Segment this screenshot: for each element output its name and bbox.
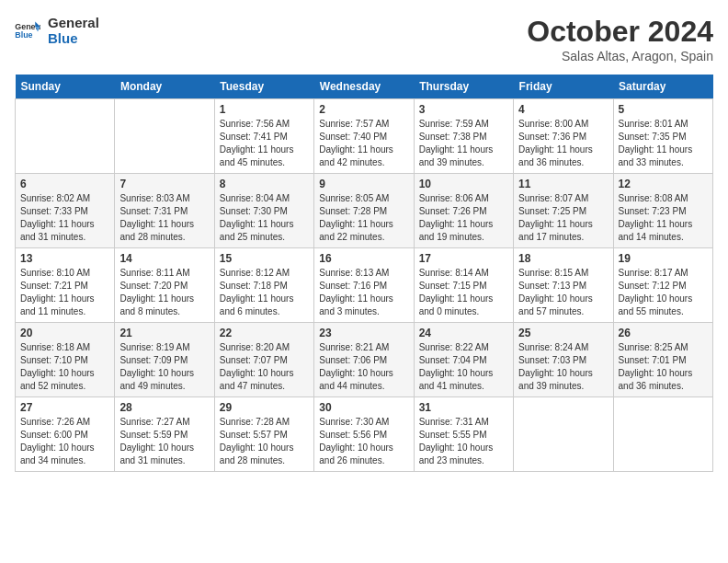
calendar-cell: [16, 99, 115, 174]
col-saturday: Saturday: [613, 75, 712, 99]
day-number: 23: [319, 327, 408, 339]
col-thursday: Thursday: [414, 75, 513, 99]
calendar-cell: 4Sunrise: 8:00 AM Sunset: 7:36 PM Daylig…: [514, 99, 613, 174]
calendar-cell: 14Sunrise: 8:11 AM Sunset: 7:20 PM Dayli…: [115, 248, 214, 323]
day-number: 15: [220, 252, 309, 265]
calendar-cell: 6Sunrise: 8:02 AM Sunset: 7:33 PM Daylig…: [16, 174, 115, 248]
day-detail: Sunrise: 7:27 AM Sunset: 5:59 PM Dayligh…: [119, 416, 209, 467]
day-detail: Sunrise: 7:31 AM Sunset: 5:55 PM Dayligh…: [419, 416, 508, 467]
day-detail: Sunrise: 8:02 AM Sunset: 7:33 PM Dayligh…: [20, 192, 109, 244]
day-detail: Sunrise: 8:18 AM Sunset: 7:10 PM Dayligh…: [20, 341, 109, 393]
calendar-cell: 18Sunrise: 8:15 AM Sunset: 7:13 PM Dayli…: [514, 248, 613, 323]
calendar-cell: 25Sunrise: 8:24 AM Sunset: 7:03 PM Dayli…: [514, 323, 613, 397]
day-number: 31: [419, 401, 508, 414]
calendar-cell: 29Sunrise: 7:28 AM Sunset: 5:57 PM Dayli…: [214, 397, 313, 472]
calendar-cell: 22Sunrise: 8:20 AM Sunset: 7:07 PM Dayli…: [214, 323, 313, 397]
day-detail: Sunrise: 8:22 AM Sunset: 7:04 PM Dayligh…: [419, 341, 508, 393]
day-number: 11: [518, 178, 608, 190]
day-number: 10: [419, 178, 508, 190]
calendar-cell: [613, 397, 712, 472]
calendar-cell: 12Sunrise: 8:08 AM Sunset: 7:23 PM Dayli…: [613, 174, 712, 248]
calendar-week-2: 6Sunrise: 8:02 AM Sunset: 7:33 PM Daylig…: [16, 174, 713, 248]
calendar-week-1: 1Sunrise: 7:56 AM Sunset: 7:41 PM Daylig…: [16, 99, 713, 174]
day-number: 8: [220, 178, 309, 190]
calendar-cell: 28Sunrise: 7:27 AM Sunset: 5:59 PM Dayli…: [115, 397, 214, 472]
day-number: 30: [319, 401, 408, 414]
day-number: 7: [119, 178, 209, 190]
calendar-cell: 30Sunrise: 7:30 AM Sunset: 5:56 PM Dayli…: [314, 397, 414, 472]
day-detail: Sunrise: 8:13 AM Sunset: 7:16 PM Dayligh…: [319, 267, 408, 318]
day-detail: Sunrise: 7:59 AM Sunset: 7:38 PM Dayligh…: [419, 118, 508, 169]
calendar-cell: 7Sunrise: 8:03 AM Sunset: 7:31 PM Daylig…: [115, 174, 214, 248]
col-wednesday: Wednesday: [314, 75, 414, 99]
day-number: 1: [220, 103, 309, 116]
calendar-cell: 27Sunrise: 7:26 AM Sunset: 6:00 PM Dayli…: [16, 397, 115, 472]
calendar-week-3: 13Sunrise: 8:10 AM Sunset: 7:21 PM Dayli…: [16, 248, 713, 323]
day-detail: Sunrise: 8:11 AM Sunset: 7:20 PM Dayligh…: [119, 267, 209, 318]
day-detail: Sunrise: 7:28 AM Sunset: 5:57 PM Dayligh…: [220, 416, 309, 467]
day-number: 25: [518, 327, 608, 339]
day-detail: Sunrise: 8:19 AM Sunset: 7:09 PM Dayligh…: [119, 341, 209, 393]
page-header: General Blue General Blue October 2024 S…: [15, 15, 713, 63]
day-number: 21: [119, 327, 209, 339]
calendar-cell: 9Sunrise: 8:05 AM Sunset: 7:28 PM Daylig…: [314, 174, 414, 248]
calendar-cell: 31Sunrise: 7:31 AM Sunset: 5:55 PM Dayli…: [414, 397, 513, 472]
day-number: 26: [619, 327, 708, 339]
logo: General Blue General Blue: [15, 15, 99, 46]
calendar-week-5: 27Sunrise: 7:26 AM Sunset: 6:00 PM Dayli…: [16, 397, 713, 472]
logo-line1: General: [48, 15, 99, 30]
calendar-cell: 13Sunrise: 8:10 AM Sunset: 7:21 PM Dayli…: [16, 248, 115, 323]
day-detail: Sunrise: 8:06 AM Sunset: 7:26 PM Dayligh…: [419, 192, 508, 244]
col-friday: Friday: [514, 75, 613, 99]
location: Salas Altas, Aragon, Spain: [527, 49, 713, 63]
calendar-cell: 8Sunrise: 8:04 AM Sunset: 7:30 PM Daylig…: [214, 174, 313, 248]
calendar-week-4: 20Sunrise: 8:18 AM Sunset: 7:10 PM Dayli…: [16, 323, 713, 397]
calendar-cell: 23Sunrise: 8:21 AM Sunset: 7:06 PM Dayli…: [314, 323, 414, 397]
day-number: 19: [619, 252, 708, 265]
calendar-cell: 24Sunrise: 8:22 AM Sunset: 7:04 PM Dayli…: [414, 323, 513, 397]
day-detail: Sunrise: 7:56 AM Sunset: 7:41 PM Dayligh…: [220, 118, 309, 169]
day-detail: Sunrise: 8:17 AM Sunset: 7:12 PM Dayligh…: [619, 267, 708, 318]
day-detail: Sunrise: 8:01 AM Sunset: 7:35 PM Dayligh…: [619, 118, 708, 169]
calendar-cell: 26Sunrise: 8:25 AM Sunset: 7:01 PM Dayli…: [613, 323, 712, 397]
day-detail: Sunrise: 8:14 AM Sunset: 7:15 PM Dayligh…: [419, 267, 508, 318]
day-detail: Sunrise: 8:03 AM Sunset: 7:31 PM Dayligh…: [119, 192, 209, 244]
day-number: 29: [220, 401, 309, 414]
calendar-cell: 5Sunrise: 8:01 AM Sunset: 7:35 PM Daylig…: [613, 99, 712, 174]
day-number: 2: [319, 103, 408, 116]
day-detail: Sunrise: 8:20 AM Sunset: 7:07 PM Dayligh…: [220, 341, 309, 393]
day-number: 17: [419, 252, 508, 265]
calendar-cell: [514, 397, 613, 472]
calendar-cell: 17Sunrise: 8:14 AM Sunset: 7:15 PM Dayli…: [414, 248, 513, 323]
day-number: 4: [518, 103, 608, 116]
day-detail: Sunrise: 8:12 AM Sunset: 7:18 PM Dayligh…: [220, 267, 309, 318]
day-detail: Sunrise: 8:15 AM Sunset: 7:13 PM Dayligh…: [518, 267, 608, 318]
calendar-cell: 3Sunrise: 7:59 AM Sunset: 7:38 PM Daylig…: [414, 99, 513, 174]
calendar-cell: 20Sunrise: 8:18 AM Sunset: 7:10 PM Dayli…: [16, 323, 115, 397]
calendar-table: Sunday Monday Tuesday Wednesday Thursday…: [15, 75, 713, 472]
day-number: 13: [20, 252, 109, 265]
day-number: 9: [319, 178, 408, 190]
day-number: 28: [119, 401, 209, 414]
day-detail: Sunrise: 8:21 AM Sunset: 7:06 PM Dayligh…: [319, 341, 408, 393]
col-tuesday: Tuesday: [214, 75, 313, 99]
day-number: 6: [20, 178, 109, 190]
calendar-cell: 11Sunrise: 8:07 AM Sunset: 7:25 PM Dayli…: [514, 174, 613, 248]
day-number: 14: [119, 252, 209, 265]
calendar-cell: [115, 99, 214, 174]
day-number: 3: [419, 103, 508, 116]
day-number: 16: [319, 252, 408, 265]
day-detail: Sunrise: 7:57 AM Sunset: 7:40 PM Dayligh…: [319, 118, 408, 169]
calendar-body: 1Sunrise: 7:56 AM Sunset: 7:41 PM Daylig…: [16, 99, 713, 472]
svg-text:Blue: Blue: [15, 30, 32, 40]
day-detail: Sunrise: 8:24 AM Sunset: 7:03 PM Dayligh…: [518, 341, 608, 393]
calendar-cell: 10Sunrise: 8:06 AM Sunset: 7:26 PM Dayli…: [414, 174, 513, 248]
title-block: October 2024 Salas Altas, Aragon, Spain: [527, 15, 713, 63]
day-detail: Sunrise: 8:04 AM Sunset: 7:30 PM Dayligh…: [220, 192, 309, 244]
day-detail: Sunrise: 8:08 AM Sunset: 7:23 PM Dayligh…: [619, 192, 708, 244]
day-detail: Sunrise: 7:26 AM Sunset: 6:00 PM Dayligh…: [20, 416, 109, 467]
logo-icon: General Blue: [15, 20, 40, 40]
day-number: 27: [20, 401, 109, 414]
day-number: 22: [220, 327, 309, 339]
calendar-cell: 21Sunrise: 8:19 AM Sunset: 7:09 PM Dayli…: [115, 323, 214, 397]
